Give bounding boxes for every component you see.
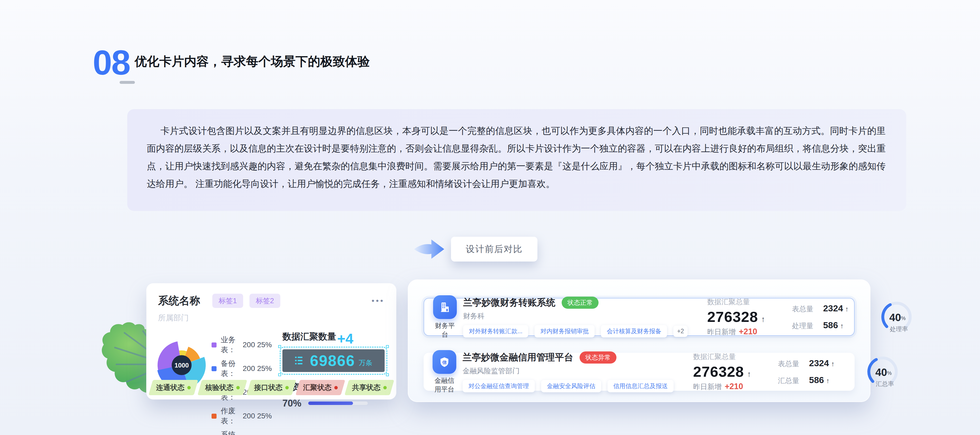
intro-panel: 卡片式设计包含图片以及文案并且有明显边界的信息区块，本身可以是一个完整的信息区块… <box>127 109 906 211</box>
app-tag[interactable]: 会计核算及财务报备 <box>601 325 667 338</box>
system-card: 系统名称 标签1 标签2 ••• 所属部门 1000 <box>146 284 396 399</box>
selection-handle[interactable] <box>278 345 281 348</box>
status-dot <box>383 386 387 389</box>
app-list-panel: 财务平台 兰亭妙微财务转账系统 状态正常 财务科 对外财务转账汇款... 对内财… <box>408 279 870 402</box>
gauge-unit: % <box>901 315 906 321</box>
legend-swatch <box>212 414 216 419</box>
agg-value-selection[interactable]: 69866 万条 <box>282 349 385 372</box>
status-tag-label: 共享状态 <box>352 383 381 392</box>
app-row-credit[interactable]: 信 金融信用平台 兰亭妙微金融信用管理平台 状态异常 金融风险监管部门 对公金融… <box>423 353 854 391</box>
legend-percent: 25% <box>257 412 272 420</box>
up-arrow-icon: ↑ <box>747 370 751 379</box>
status-tag-verify[interactable]: 核验状态 <box>200 380 245 395</box>
pie-center-total: 1000 <box>174 362 189 369</box>
agg-unit: 万条 <box>359 358 372 368</box>
app-info: 兰亭妙微财务转账系统 状态正常 财务科 对外财务转账汇款... 对内财务报销审批… <box>463 296 687 338</box>
legend-item: 业务表： 200 25% <box>212 335 272 355</box>
status-tag-interface[interactable]: 接口状态 <box>249 380 294 395</box>
legend-percent: 25% <box>257 364 272 373</box>
gauge-percent: 40 <box>875 366 887 378</box>
status-badge: 状态正常 <box>562 296 598 309</box>
app-stats: 数据汇聚总量 276328 ↑ 昨日新增 +210 表总量 <box>678 352 908 392</box>
selection-handle[interactable] <box>386 373 389 376</box>
mid-value: 2324 <box>823 303 843 314</box>
app-tag-line: 对外财务转账汇款... 对内财务报销审批 会计核算及财务报备 +2 <box>463 325 687 338</box>
app-row-finance[interactable]: 财务平台 兰亭妙微财务转账系统 状态正常 财务科 对外财务转账汇款... 对内财… <box>423 298 854 336</box>
compare-row: 设计前后对比 <box>413 237 538 261</box>
system-card-header: 系统名称 标签1 标签2 ••• <box>158 293 385 308</box>
app-title: 兰亭妙微财务转账系统 <box>463 296 555 309</box>
section-number-dash <box>119 81 135 84</box>
status-tag-label: 核验状态 <box>205 383 234 392</box>
cloud-usage-bar-fill <box>308 402 353 405</box>
legend-item: 备份表： 200 25% <box>212 359 272 379</box>
legend-value: 200 <box>243 364 255 373</box>
legend-label: 作废表： <box>221 406 240 426</box>
yesterday-delta: +210 <box>739 327 757 336</box>
agg-value-box: 69866 万条 <box>282 349 385 372</box>
app-tag[interactable]: 信用信息汇总及报送 <box>608 380 674 392</box>
gauge-summary-rate: 40 % 汇总率 <box>858 354 908 389</box>
selection-handle[interactable] <box>278 373 281 376</box>
gauge-processing-rate: 40 % 处理率 <box>872 300 921 334</box>
platform-label: 财务平台 <box>433 321 457 339</box>
total-value: 276328 <box>707 308 758 325</box>
status-tag-aggregate[interactable]: 汇聚状态 <box>298 380 343 395</box>
section-number: 08 <box>93 45 130 80</box>
svg-text:信: 信 <box>442 360 447 365</box>
gauge-label: 汇总率 <box>876 381 894 387</box>
mid-label: 表总量 <box>792 304 819 314</box>
up-arrow-icon: ↑ <box>826 377 830 385</box>
legend-item: 系统表： 200 25% <box>212 430 272 435</box>
gauge-unit: % <box>887 370 892 376</box>
arrow-right-icon <box>413 237 445 261</box>
legend-item: 作废表： 200 25% <box>212 406 272 426</box>
intro-paragraph: 卡片式设计包含图片以及文案并且有明显边界的信息区块，本身可以是一个完整的信息区块… <box>127 109 906 193</box>
status-tag-share[interactable]: 共享状态 <box>347 380 392 395</box>
status-dot <box>236 386 240 389</box>
app-tag-line: 对公金融征信查询管理 金融安全风险评估 信用信息汇总及报送 <box>463 380 674 392</box>
agg-count-label: 数据汇聚数量 <box>282 331 336 343</box>
app-tag[interactable]: 对外财务转账汇款... <box>463 325 528 338</box>
status-tag-label: 连通状态 <box>156 383 185 392</box>
app-department: 财务科 <box>463 311 687 321</box>
department-label: 所属部门 <box>158 313 385 323</box>
app-tag[interactable]: 对公金融征信查询管理 <box>463 380 535 392</box>
up-arrow-icon: ↑ <box>831 360 835 368</box>
mid-value: 586 <box>823 320 838 330</box>
app-tag[interactable]: 金融安全风险评估 <box>541 380 601 392</box>
compare-button[interactable]: 设计前后对比 <box>451 237 538 261</box>
mid-label: 表总量 <box>778 359 805 368</box>
more-icon[interactable]: ••• <box>371 296 385 305</box>
status-dot <box>285 386 289 389</box>
app-icon-col: 信 金融信用平台 <box>433 350 456 394</box>
agg-value: 69866 <box>310 353 355 368</box>
app-info: 兰亭妙微金融信用管理平台 状态异常 金融风险监管部门 对公金融征信查询管理 金融… <box>463 351 674 392</box>
section-number-wrap: 08 <box>93 45 130 80</box>
mid-label: 处理量 <box>792 321 819 331</box>
status-badge: 状态异常 <box>579 351 616 363</box>
tag-1[interactable]: 标签1 <box>212 294 243 308</box>
total-label: 数据汇聚总量 <box>707 297 792 307</box>
tag-2[interactable]: 标签2 <box>250 294 280 308</box>
legend-label: 业务表： <box>221 335 240 355</box>
legend-value: 200 <box>243 341 255 349</box>
app-tag[interactable]: 对内财务报销审批 <box>535 325 595 338</box>
platform-label: 金融信用平台 <box>433 376 456 394</box>
cloud-usage-bar <box>308 402 368 405</box>
app-stats: 数据汇聚总量 276328 ↑ 昨日新增 +210 表总量 <box>692 297 921 337</box>
agg-count-delta: +4 <box>337 332 353 345</box>
yesterday-label: 昨日新增 <box>707 327 735 337</box>
selection-handle[interactable] <box>386 345 389 348</box>
system-name: 系统名称 <box>158 293 200 308</box>
shield-icon: 信 <box>433 350 456 374</box>
app-tag-more[interactable]: +2 <box>673 326 687 337</box>
legend-label: 系统表： <box>221 430 240 435</box>
mid-value: 2324 <box>809 358 829 368</box>
app-icon-col: 财务平台 <box>433 295 457 339</box>
status-tag-row: 连通状态 核验状态 接口状态 汇聚状态 共享状态 <box>151 380 392 395</box>
legend-swatch <box>212 343 216 347</box>
app-department: 金融风险监管部门 <box>463 366 674 376</box>
legend-value: 200 <box>243 412 255 420</box>
status-tag-connect[interactable]: 连通状态 <box>151 380 196 395</box>
